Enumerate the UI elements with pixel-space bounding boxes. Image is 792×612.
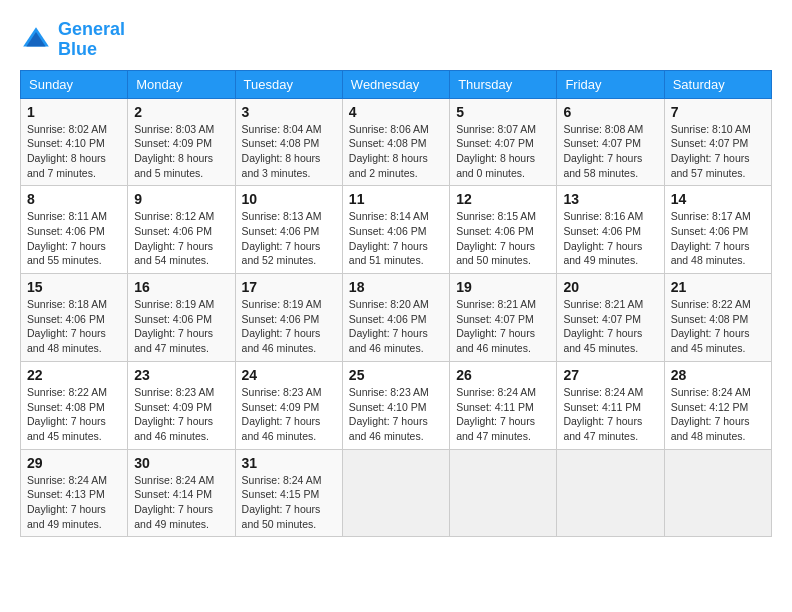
logo-text: General Blue [58,20,125,60]
day-info: Sunrise: 8:06 AMSunset: 4:08 PMDaylight:… [349,122,443,181]
calendar-cell: 16Sunrise: 8:19 AMSunset: 4:06 PMDayligh… [128,274,235,362]
day-info: Sunrise: 8:19 AMSunset: 4:06 PMDaylight:… [134,297,228,356]
day-info: Sunrise: 8:12 AMSunset: 4:06 PMDaylight:… [134,209,228,268]
calendar-cell: 27Sunrise: 8:24 AMSunset: 4:11 PMDayligh… [557,361,664,449]
day-info: Sunrise: 8:22 AMSunset: 4:08 PMDaylight:… [27,385,121,444]
calendar-cell [664,449,771,537]
day-info: Sunrise: 8:24 AMSunset: 4:11 PMDaylight:… [563,385,657,444]
calendar-cell: 13Sunrise: 8:16 AMSunset: 4:06 PMDayligh… [557,186,664,274]
calendar-cell: 31Sunrise: 8:24 AMSunset: 4:15 PMDayligh… [235,449,342,537]
calendar-table: SundayMondayTuesdayWednesdayThursdayFrid… [20,70,772,538]
calendar-cell: 1Sunrise: 8:02 AMSunset: 4:10 PMDaylight… [21,98,128,186]
day-number: 15 [27,279,121,295]
day-info: Sunrise: 8:24 AMSunset: 4:14 PMDaylight:… [134,473,228,532]
day-info: Sunrise: 8:15 AMSunset: 4:06 PMDaylight:… [456,209,550,268]
day-number: 1 [27,104,121,120]
day-info: Sunrise: 8:02 AMSunset: 4:10 PMDaylight:… [27,122,121,181]
day-info: Sunrise: 8:19 AMSunset: 4:06 PMDaylight:… [242,297,336,356]
day-number: 9 [134,191,228,207]
day-number: 13 [563,191,657,207]
day-info: Sunrise: 8:07 AMSunset: 4:07 PMDaylight:… [456,122,550,181]
calendar-cell: 21Sunrise: 8:22 AMSunset: 4:08 PMDayligh… [664,274,771,362]
day-info: Sunrise: 8:21 AMSunset: 4:07 PMDaylight:… [563,297,657,356]
day-info: Sunrise: 8:18 AMSunset: 4:06 PMDaylight:… [27,297,121,356]
day-info: Sunrise: 8:23 AMSunset: 4:09 PMDaylight:… [134,385,228,444]
day-number: 14 [671,191,765,207]
calendar-cell: 10Sunrise: 8:13 AMSunset: 4:06 PMDayligh… [235,186,342,274]
day-number: 7 [671,104,765,120]
calendar-cell [342,449,449,537]
day-number: 12 [456,191,550,207]
logo-icon [20,24,52,56]
day-number: 3 [242,104,336,120]
calendar-cell: 30Sunrise: 8:24 AMSunset: 4:14 PMDayligh… [128,449,235,537]
calendar-week-4: 22Sunrise: 8:22 AMSunset: 4:08 PMDayligh… [21,361,772,449]
day-info: Sunrise: 8:21 AMSunset: 4:07 PMDaylight:… [456,297,550,356]
calendar-cell: 22Sunrise: 8:22 AMSunset: 4:08 PMDayligh… [21,361,128,449]
day-info: Sunrise: 8:10 AMSunset: 4:07 PMDaylight:… [671,122,765,181]
day-number: 17 [242,279,336,295]
day-info: Sunrise: 8:14 AMSunset: 4:06 PMDaylight:… [349,209,443,268]
calendar-cell: 29Sunrise: 8:24 AMSunset: 4:13 PMDayligh… [21,449,128,537]
day-number: 27 [563,367,657,383]
day-info: Sunrise: 8:24 AMSunset: 4:15 PMDaylight:… [242,473,336,532]
day-number: 6 [563,104,657,120]
day-info: Sunrise: 8:20 AMSunset: 4:06 PMDaylight:… [349,297,443,356]
day-info: Sunrise: 8:03 AMSunset: 4:09 PMDaylight:… [134,122,228,181]
day-number: 25 [349,367,443,383]
day-header-wednesday: Wednesday [342,70,449,98]
day-number: 11 [349,191,443,207]
day-header-monday: Monday [128,70,235,98]
day-number: 29 [27,455,121,471]
calendar-cell [557,449,664,537]
day-number: 22 [27,367,121,383]
day-number: 2 [134,104,228,120]
calendar-cell [450,449,557,537]
day-number: 5 [456,104,550,120]
calendar-cell: 6Sunrise: 8:08 AMSunset: 4:07 PMDaylight… [557,98,664,186]
calendar-cell: 19Sunrise: 8:21 AMSunset: 4:07 PMDayligh… [450,274,557,362]
day-header-thursday: Thursday [450,70,557,98]
calendar-cell: 7Sunrise: 8:10 AMSunset: 4:07 PMDaylight… [664,98,771,186]
day-header-friday: Friday [557,70,664,98]
day-number: 31 [242,455,336,471]
day-header-saturday: Saturday [664,70,771,98]
day-number: 18 [349,279,443,295]
day-number: 28 [671,367,765,383]
calendar-cell: 14Sunrise: 8:17 AMSunset: 4:06 PMDayligh… [664,186,771,274]
day-info: Sunrise: 8:13 AMSunset: 4:06 PMDaylight:… [242,209,336,268]
day-number: 20 [563,279,657,295]
day-info: Sunrise: 8:08 AMSunset: 4:07 PMDaylight:… [563,122,657,181]
calendar-cell: 5Sunrise: 8:07 AMSunset: 4:07 PMDaylight… [450,98,557,186]
calendar-cell: 26Sunrise: 8:24 AMSunset: 4:11 PMDayligh… [450,361,557,449]
day-info: Sunrise: 8:24 AMSunset: 4:12 PMDaylight:… [671,385,765,444]
logo: General Blue [20,20,125,60]
calendar-cell: 3Sunrise: 8:04 AMSunset: 4:08 PMDaylight… [235,98,342,186]
calendar-cell: 12Sunrise: 8:15 AMSunset: 4:06 PMDayligh… [450,186,557,274]
calendar-cell: 23Sunrise: 8:23 AMSunset: 4:09 PMDayligh… [128,361,235,449]
calendar-cell: 9Sunrise: 8:12 AMSunset: 4:06 PMDaylight… [128,186,235,274]
calendar-week-3: 15Sunrise: 8:18 AMSunset: 4:06 PMDayligh… [21,274,772,362]
calendar-week-1: 1Sunrise: 8:02 AMSunset: 4:10 PMDaylight… [21,98,772,186]
calendar-cell: 25Sunrise: 8:23 AMSunset: 4:10 PMDayligh… [342,361,449,449]
day-info: Sunrise: 8:04 AMSunset: 4:08 PMDaylight:… [242,122,336,181]
day-info: Sunrise: 8:11 AMSunset: 4:06 PMDaylight:… [27,209,121,268]
day-info: Sunrise: 8:23 AMSunset: 4:09 PMDaylight:… [242,385,336,444]
day-number: 16 [134,279,228,295]
calendar-cell: 15Sunrise: 8:18 AMSunset: 4:06 PMDayligh… [21,274,128,362]
day-info: Sunrise: 8:24 AMSunset: 4:13 PMDaylight:… [27,473,121,532]
calendar-week-2: 8Sunrise: 8:11 AMSunset: 4:06 PMDaylight… [21,186,772,274]
calendar-cell: 4Sunrise: 8:06 AMSunset: 4:08 PMDaylight… [342,98,449,186]
calendar-cell: 2Sunrise: 8:03 AMSunset: 4:09 PMDaylight… [128,98,235,186]
day-number: 26 [456,367,550,383]
day-header-tuesday: Tuesday [235,70,342,98]
page-header: General Blue [20,20,772,60]
day-info: Sunrise: 8:16 AMSunset: 4:06 PMDaylight:… [563,209,657,268]
calendar-cell: 28Sunrise: 8:24 AMSunset: 4:12 PMDayligh… [664,361,771,449]
day-number: 24 [242,367,336,383]
day-info: Sunrise: 8:23 AMSunset: 4:10 PMDaylight:… [349,385,443,444]
calendar-cell: 24Sunrise: 8:23 AMSunset: 4:09 PMDayligh… [235,361,342,449]
calendar-header-row: SundayMondayTuesdayWednesdayThursdayFrid… [21,70,772,98]
day-number: 30 [134,455,228,471]
day-number: 21 [671,279,765,295]
